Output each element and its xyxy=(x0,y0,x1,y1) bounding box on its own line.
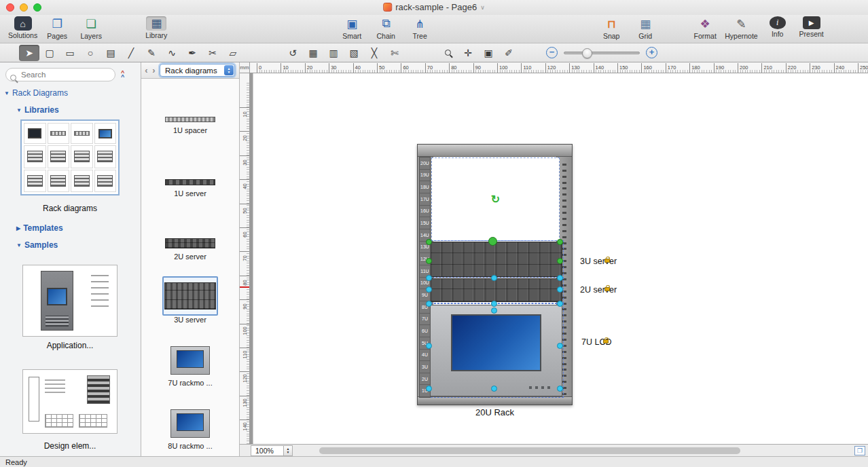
empty-rack-selection[interactable]: ↻ xyxy=(431,157,560,241)
rotate-tool[interactable]: ↺ xyxy=(283,45,303,61)
page-preview-icon[interactable]: ❐ xyxy=(854,446,865,455)
library-thumbnail-rack-diagrams[interactable] xyxy=(20,119,120,195)
toolbar-format-button[interactable]: ❖Format xyxy=(688,15,722,40)
library-item-7u-rackmo[interactable]: 7U rackmo ... xyxy=(141,331,239,394)
library-item-2u-server[interactable]: 2U server xyxy=(141,205,239,268)
fullscreen-button[interactable] xyxy=(33,3,41,12)
horizontal-scrollbar[interactable] xyxy=(319,447,740,454)
selection-handle[interactable] xyxy=(557,386,563,392)
rack-unit-label: 2U xyxy=(420,373,430,386)
pan-tool[interactable]: ✛ xyxy=(458,45,478,61)
toolbar-solutions-button[interactable]: ⌂Solutions xyxy=(5,15,40,40)
selection-handle[interactable] xyxy=(557,239,563,245)
toolbar-library-button[interactable]: ▦Library xyxy=(139,15,173,39)
rack-label[interactable]: 20U Rack xyxy=(417,407,573,417)
canvas[interactable]: 20U19U18U17U16U15U14U13U12U11U10U9U8U7U6… xyxy=(250,73,868,444)
toolbar-hypernote-button[interactable]: ✎Hypernote xyxy=(722,15,760,40)
marquee-tool[interactable]: ▢ xyxy=(39,45,60,61)
selection-handle[interactable] xyxy=(557,286,563,293)
search-input[interactable] xyxy=(5,68,115,81)
collapse-panel-icon[interactable]: ^^ xyxy=(121,71,124,79)
stepper-icon[interactable]: ▲▼ xyxy=(283,446,292,455)
tree-item-rack-diagrams[interactable]: ▼ Rack Diagrams xyxy=(4,88,68,98)
toolbar-snap-button[interactable]: ⊓Snap xyxy=(594,15,628,40)
selection-handle[interactable] xyxy=(426,386,432,392)
zoom-select[interactable]: 100% ▲▼ xyxy=(251,445,293,456)
toolbar-tree-button[interactable]: ⋔Tree xyxy=(403,15,437,40)
toolbar-present-button[interactable]: ▶Present xyxy=(795,15,829,40)
stamp-tool[interactable]: ▣ xyxy=(478,45,499,61)
tree-item-templates[interactable]: ▶ Templates xyxy=(16,223,63,234)
item-label-7u-lcd[interactable]: 7U LCD xyxy=(581,337,611,347)
toolbar-pages-button[interactable]: ❐Pages xyxy=(40,15,74,40)
toolbar-chain-button[interactable]: ⧉Chain xyxy=(369,15,403,40)
selection-handle[interactable] xyxy=(491,386,497,392)
rack-shape[interactable]: 20U19U18U17U16U15U14U13U12U11U10U9U8U7U6… xyxy=(417,144,573,405)
toolbar-layers-button[interactable]: ❏Layers xyxy=(74,15,108,40)
selection-handle[interactable] xyxy=(426,275,432,281)
close-button[interactable] xyxy=(6,3,14,12)
lcd-7u-shape[interactable] xyxy=(429,305,562,396)
selection-handle[interactable] xyxy=(491,275,497,281)
scissors-tool[interactable]: ✂ xyxy=(202,45,223,61)
eyedropper-tool[interactable]: ✐ xyxy=(499,45,519,61)
selection-handle[interactable] xyxy=(426,258,432,264)
library-item-3u-server[interactable]: 3U server xyxy=(141,268,239,331)
selection-handle[interactable] xyxy=(557,301,563,307)
table-tool[interactable]: ▦ xyxy=(303,45,323,61)
disclosure-triangle-icon[interactable]: ▼ xyxy=(16,242,22,248)
selection-handle[interactable] xyxy=(557,275,563,281)
line-tool[interactable]: ╱ xyxy=(121,45,141,61)
hatch-tool[interactable]: ▧ xyxy=(344,45,364,61)
item-label-3u-server[interactable]: 3U server xyxy=(580,257,617,266)
selection-handle[interactable] xyxy=(488,237,497,246)
sample-thumbnail-application[interactable] xyxy=(22,265,117,337)
zoom-in-icon[interactable]: + xyxy=(646,47,657,58)
text-tool[interactable]: ▤ xyxy=(101,45,121,61)
shape-edit-tool[interactable]: ▱ xyxy=(223,45,243,61)
pencil-tool[interactable]: ✎ xyxy=(141,45,162,61)
title-chevron-icon[interactable]: ∨ xyxy=(480,4,485,11)
zoom-out-icon[interactable]: − xyxy=(546,47,558,58)
forward-icon[interactable]: › xyxy=(150,65,158,75)
toolbar-grid-button[interactable]: ▦Grid xyxy=(628,15,662,40)
minimize-button[interactable] xyxy=(20,3,28,12)
library-item-8u-rackmo[interactable]: 8U rackmo ... xyxy=(141,394,239,456)
ruler-tick: 80 xyxy=(449,63,456,73)
back-icon[interactable]: ‹ xyxy=(143,65,150,75)
rectangle-tool[interactable]: ▭ xyxy=(60,45,80,61)
item-label-2u-server[interactable]: 2U server xyxy=(580,285,617,295)
zoom-slider[interactable] xyxy=(564,52,640,54)
tree-item-libraries[interactable]: ▼ Libraries xyxy=(16,105,59,115)
page[interactable]: 20U19U18U17U16U15U14U13U12U11U10U9U8U7U6… xyxy=(253,73,868,444)
selection-handle[interactable] xyxy=(426,239,432,245)
pen-tool[interactable]: ✒ xyxy=(182,45,202,61)
toolbar-smart-button[interactable]: ▣Smart xyxy=(335,15,369,40)
library-dropdown[interactable]: Rack diagrams ▲▼ xyxy=(160,64,235,77)
zoom-slider-knob[interactable] xyxy=(582,48,592,58)
selection-handle[interactable] xyxy=(557,258,563,264)
cut-tool[interactable]: ✄ xyxy=(384,45,405,61)
tree-item-samples[interactable]: ▼ Samples xyxy=(16,240,58,250)
selection-handle[interactable] xyxy=(557,343,563,349)
curve-tool[interactable]: ∿ xyxy=(162,45,182,61)
toolbar-info-button[interactable]: iInfo xyxy=(761,15,795,40)
select-tool[interactable]: ➤ xyxy=(19,45,39,61)
zoom-tool[interactable] xyxy=(437,45,458,61)
ellipse-tool[interactable]: ○ xyxy=(80,45,101,61)
disclosure-triangle-icon[interactable]: ▶ xyxy=(16,225,20,231)
sample-thumbnail-design-elements[interactable] xyxy=(22,369,117,434)
library-item-1u-server[interactable]: 1U server xyxy=(141,142,239,205)
delete-tool[interactable]: ╳ xyxy=(364,45,384,61)
selection-handle[interactable] xyxy=(491,307,497,314)
library-item-1u-spacer[interactable]: 1U spacer xyxy=(141,79,239,142)
selection-handle[interactable] xyxy=(426,301,432,307)
group-tool[interactable]: ▥ xyxy=(323,45,344,61)
selection-handle[interactable] xyxy=(426,286,432,293)
selection-handle[interactable] xyxy=(491,301,497,307)
server-3u-shape[interactable] xyxy=(429,242,562,278)
server-2u-shape[interactable] xyxy=(429,278,562,302)
disclosure-triangle-icon[interactable]: ▼ xyxy=(4,90,10,96)
selection-handle[interactable] xyxy=(426,343,432,349)
disclosure-triangle-icon[interactable]: ▼ xyxy=(16,107,22,113)
